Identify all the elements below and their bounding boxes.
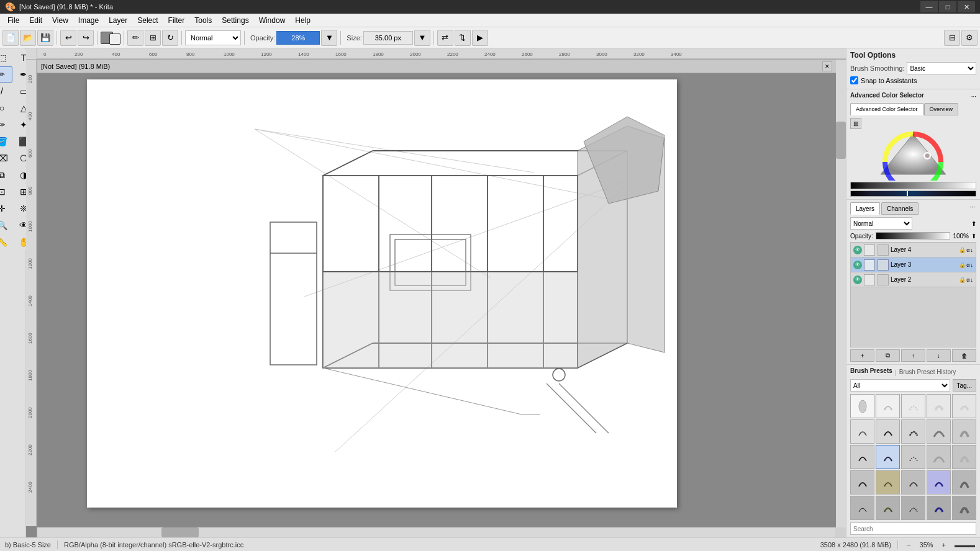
brush-preset-item[interactable]: [876, 445, 900, 469]
tool-measure[interactable]: 📏: [0, 234, 12, 250]
brush-preset-item[interactable]: [901, 496, 925, 520]
brush-options-button[interactable]: ⊞: [145, 30, 161, 46]
configure-button[interactable]: ⚙: [961, 30, 978, 46]
brush-preset-item[interactable]: [927, 445, 951, 469]
tool-move[interactable]: ✛: [0, 200, 12, 217]
brush-preset-item[interactable]: [901, 445, 925, 469]
workspace-button[interactable]: ⊟: [944, 30, 960, 46]
zoom-slider[interactable]: ▬▬▬: [955, 541, 975, 549]
layer-lock[interactable]: 🔒: [959, 262, 966, 268]
tab-channels[interactable]: Channels: [881, 202, 919, 215]
brush-preset-item[interactable]: [952, 496, 976, 520]
layer-visibility-icon[interactable]: 👁: [853, 276, 862, 284]
brush-preset-item[interactable]: [876, 419, 900, 444]
layer-row[interactable]: 👁 Layer 2 🔒 α ↓: [851, 272, 976, 287]
h-scroll-thumb[interactable]: [161, 527, 199, 537]
drawing-canvas[interactable]: [87, 79, 677, 508]
tool-path[interactable]: ✑: [0, 117, 12, 133]
layer-alpha[interactable]: α: [966, 262, 969, 268]
tool-line[interactable]: /: [0, 83, 12, 99]
layers-blend-select[interactable]: Normal Multiply Screen: [850, 217, 912, 230]
move-layer-up-button[interactable]: ↑: [901, 349, 925, 362]
copy-layer-button[interactable]: ⧉: [876, 349, 900, 362]
zoom-out-button[interactable]: −: [904, 541, 913, 549]
layer-down[interactable]: ↓: [971, 262, 974, 268]
brush-preset-item[interactable]: [927, 496, 951, 520]
brush-preset-item[interactable]: [876, 470, 900, 495]
brush-preset-item[interactable]: [876, 496, 900, 520]
menu-layer[interactable]: Layer: [104, 14, 132, 27]
brush-preset-item[interactable]: [952, 419, 976, 444]
save-button[interactable]: 💾: [37, 30, 53, 46]
tab-overview[interactable]: Overview: [924, 103, 959, 115]
menu-settings[interactable]: Settings: [217, 14, 253, 27]
tool-ellipse[interactable]: ○: [0, 100, 12, 116]
tool-clone[interactable]: ⧉: [0, 167, 12, 183]
add-layer-button[interactable]: +: [850, 349, 874, 362]
layers-expand-icon[interactable]: ⬆: [971, 220, 976, 227]
tag-filter-button[interactable]: Tag...: [953, 379, 976, 392]
close-button[interactable]: ✕: [958, 1, 975, 12]
bg-color-button[interactable]: [109, 34, 120, 45]
brush-search-input[interactable]: [850, 522, 976, 535]
opacity-expand[interactable]: ⬆: [971, 233, 976, 240]
new-button[interactable]: 📄: [2, 30, 19, 46]
delete-layer-button[interactable]: 🗑: [952, 349, 976, 362]
color-hue-strip[interactable]: [850, 190, 976, 197]
menu-window[interactable]: Window: [254, 14, 291, 27]
color-picker-icon[interactable]: ⊞: [850, 118, 861, 129]
tool-freehand-brush[interactable]: ✏: [0, 66, 12, 83]
v-scroll-thumb[interactable]: [836, 122, 846, 159]
color-value-strip[interactable]: [850, 182, 976, 189]
menu-image[interactable]: Image: [73, 14, 104, 27]
canvas-area[interactable]: 0 200 400 600 800 1000 1200 1400 1600 18…: [26, 48, 846, 537]
menu-file[interactable]: File: [2, 14, 24, 27]
tab-advanced-color[interactable]: Advanced Color Selector: [850, 103, 923, 115]
layer-down[interactable]: ↓: [971, 277, 974, 283]
size-down[interactable]: ▼: [414, 30, 430, 46]
layers-expand[interactable]: ···: [969, 202, 976, 215]
layer-down[interactable]: ↓: [971, 247, 974, 253]
brush-preset-item[interactable]: [876, 394, 900, 418]
menu-filter[interactable]: Filter: [163, 14, 190, 27]
mirror-h-button[interactable]: ⇄: [437, 30, 453, 46]
brush-preset-item[interactable]: [850, 419, 874, 444]
brush-preset-item[interactable]: [952, 470, 976, 495]
tab-layers[interactable]: Layers: [850, 202, 880, 215]
layer-lock[interactable]: 🔒: [959, 247, 966, 253]
menu-tools[interactable]: Tools: [189, 14, 217, 27]
redo-button[interactable]: ↪: [78, 30, 94, 46]
undo-button[interactable]: ↩: [60, 30, 76, 46]
brush-preset-item[interactable]: [927, 470, 951, 495]
opacity-value[interactable]: 28%: [276, 31, 320, 45]
layer-alpha[interactable]: α: [966, 277, 969, 283]
brush-preset-item[interactable]: [901, 419, 925, 444]
brush-preset-item[interactable]: [901, 470, 925, 495]
brush-preset-item[interactable]: [850, 445, 874, 469]
size-value[interactable]: 35.00 px: [363, 31, 413, 45]
layer-row[interactable]: 👁 Layer 3 🔒 α ↓: [851, 258, 976, 272]
brush-preset-item[interactable]: [927, 419, 951, 444]
move-layer-down-button[interactable]: ↓: [927, 349, 951, 362]
canvas-close-button[interactable]: ✕: [822, 61, 832, 71]
brush-tag-select[interactable]: All Ink Pencil: [850, 379, 950, 392]
layer-row[interactable]: 👁 Layer 4 🔒 α ↓: [851, 243, 976, 258]
brush-smoothing-select[interactable]: Basic None Weighted Stabilizer: [907, 62, 976, 74]
zoom-in-button[interactable]: +: [940, 541, 948, 549]
minimize-button[interactable]: —: [920, 1, 938, 12]
menu-edit[interactable]: Edit: [24, 14, 47, 27]
layer-lock[interactable]: 🔒: [959, 277, 966, 283]
brush-preset-item[interactable]: [927, 394, 951, 418]
brush-preset-item[interactable]: [952, 445, 976, 469]
tool-fill[interactable]: 🪣: [0, 133, 12, 150]
open-button[interactable]: 📂: [20, 30, 36, 46]
canvas-scrollbar-horizontal[interactable]: [37, 527, 835, 537]
layer-alpha[interactable]: α: [966, 247, 969, 253]
tool-zoom[interactable]: 🔍: [0, 217, 12, 233]
extra-button[interactable]: ▶: [472, 30, 488, 46]
brush-preset-item[interactable]: [850, 496, 874, 520]
brush-preset-item[interactable]: [901, 394, 925, 418]
maximize-button[interactable]: □: [939, 1, 956, 12]
tool-freehand-select[interactable]: ⬚: [0, 50, 12, 66]
snap-checkbox[interactable]: [850, 76, 858, 84]
